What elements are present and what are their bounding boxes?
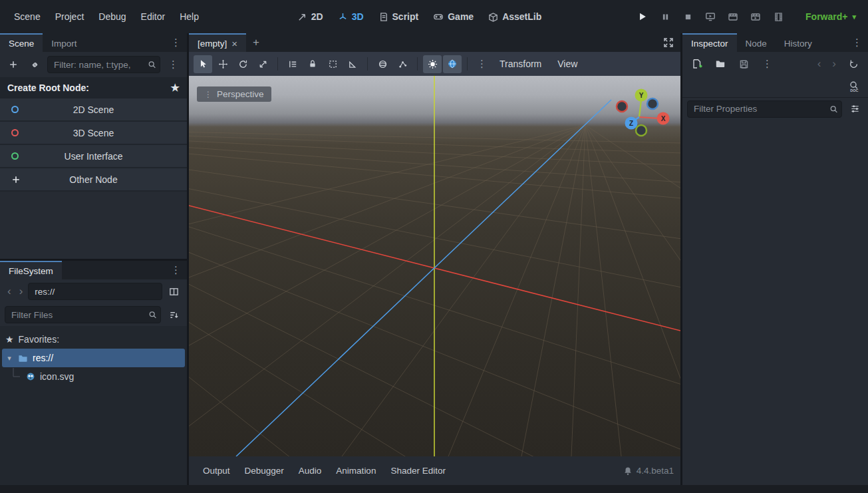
add-node-button[interactable] [5,56,22,73]
game-icon [433,11,444,22]
panel-audio[interactable]: Audio [291,462,329,480]
menu-project[interactable]: Project [48,7,92,27]
renderer-dropdown[interactable]: Forward+ ▾ [800,9,861,25]
filesystem-tree: ★ Favorites: ▾ res:// icon.svg [0,326,187,485]
ruler-icon[interactable] [343,55,362,73]
workspace-script-button[interactable]: Script [371,6,426,27]
lock-icon[interactable] [303,55,322,73]
tree-item-icon-svg[interactable]: icon.svg [0,367,187,386]
inspector-menu-icon[interactable]: ⋮ [846,37,868,49]
tab-history[interactable]: History [776,33,821,52]
nav-forward-icon[interactable]: › [17,285,26,298]
filter-files-input[interactable] [5,306,161,323]
rotate-tool-button[interactable] [233,55,252,73]
view-gizmo[interactable]: Y X Z [606,82,672,149]
workspace-3d-button[interactable]: 3D [331,6,371,27]
workspace-game-button[interactable]: Game [426,6,481,27]
menu-editor[interactable]: Editor [134,7,173,27]
playback-controls: Forward+ ▾ [633,7,861,26]
view-menu[interactable]: View [550,59,585,69]
option-3d-scene[interactable]: 3D Scene [0,122,187,144]
new-resource-button[interactable] [688,55,706,73]
nav-back-icon[interactable]: ‹ [5,285,14,298]
history-back-icon[interactable]: ‹ [815,57,824,71]
bottom-status-strip [0,485,868,493]
3d-viewport[interactable]: ⋮ Perspective Y X Z [189,76,680,456]
move-tool-button[interactable] [214,55,232,73]
panel-output[interactable]: Output [196,462,237,480]
scene-dock-menu-icon[interactable]: ⋮ [165,37,187,49]
tab-scene[interactable]: Scene [0,33,43,52]
scene-dock-tabs: Scene Import ⋮ [0,33,187,52]
tab-node[interactable]: Node [737,33,776,52]
manage-properties-icon[interactable] [846,100,863,118]
search-docs-icon[interactable]: DOC [845,78,863,95]
transform-menu[interactable]: Transform [492,59,549,69]
local-space-icon[interactable] [373,55,392,73]
select-tool-button[interactable] [194,55,212,73]
search-icon [148,311,157,319]
tab-filesystem[interactable]: FileSystem [0,261,62,279]
pause-button[interactable] [655,7,675,26]
save-button[interactable] [735,55,752,73]
3d-icon [338,12,348,22]
snap-icon[interactable] [393,55,412,73]
gizmo-neg-z-ball [647,98,658,109]
group-icon[interactable] [323,55,342,73]
svg-text:DOC: DOC [850,88,858,92]
tab-inspector[interactable]: Inspector [682,33,737,52]
option-label: 2D Scene [73,104,114,115]
filter-properties-input[interactable] [687,100,842,118]
new-scene-tab-button[interactable]: + [246,36,266,49]
selectable-list-icon[interactable] [283,55,302,73]
viewport-menu-icon[interactable]: ⋮ [473,58,491,70]
perspective-menu[interactable]: ⋮ Perspective [197,86,271,102]
bell-icon[interactable] [623,466,633,476]
resource-menu-icon[interactable]: ⋮ [758,58,776,70]
tree-item-res[interactable]: ▾ res:// [2,349,185,367]
3d-scene-icon [11,129,19,136]
option-other-node[interactable]: Other Node [0,168,187,190]
object-history-icon[interactable] [845,55,862,73]
tab-import[interactable]: Import [43,33,85,52]
chevron-down-icon[interactable]: ▾ [5,354,13,363]
option-user-interface[interactable]: User Interface [0,145,187,167]
panel-shader-editor[interactable]: Shader Editor [383,462,453,480]
play-custom-scene-icon[interactable] [746,7,766,26]
scene-toolbar-menu-icon[interactable]: ⋮ [164,59,182,71]
panel-animation[interactable]: Animation [329,462,383,480]
favorites-star-icon[interactable]: ★ [171,82,180,94]
instance-scene-button[interactable] [26,56,43,73]
scene-filter-input[interactable] [47,56,160,73]
workspace-2d-button[interactable]: 2D [290,6,331,27]
menu-scene[interactable]: Scene [7,7,48,27]
expand-viewport-icon[interactable] [656,37,680,48]
current-path-input[interactable] [28,283,162,300]
scene-filter-wrap [47,56,160,73]
play-scene-icon[interactable] [723,7,743,26]
scene-toolbar: ⋮ [0,52,187,77]
close-icon[interactable]: × [231,38,237,49]
sun-icon[interactable] [423,55,442,73]
filesystem-menu-icon[interactable]: ⋮ [165,264,187,276]
panel-debugger[interactable]: Debugger [237,462,291,480]
star-icon: ★ [5,334,14,345]
remote-debug-icon[interactable] [700,7,720,26]
scale-tool-button[interactable] [253,55,272,73]
menu-debug[interactable]: Debug [91,7,133,27]
play-button[interactable] [633,7,652,26]
workspace-assetlib-button[interactable]: AssetLib [481,6,549,27]
load-resource-button[interactable] [712,55,729,73]
option-2d-scene[interactable]: 2D Scene [0,98,187,120]
toggle-split-mode-button[interactable] [165,283,182,300]
movie-maker-icon[interactable] [768,7,788,26]
sort-files-icon[interactable] [165,306,182,323]
menu-help[interactable]: Help [172,7,206,27]
svg-text:Z: Z [629,120,633,127]
environment-globe-icon[interactable] [443,55,462,73]
scene-tab-empty[interactable]: [empty] × [189,33,246,52]
favorites-row[interactable]: ★ Favorites: [0,330,187,349]
workspace-3d-label: 3D [352,11,364,22]
stop-button[interactable] [678,7,698,26]
history-forward-icon[interactable]: › [829,57,839,71]
